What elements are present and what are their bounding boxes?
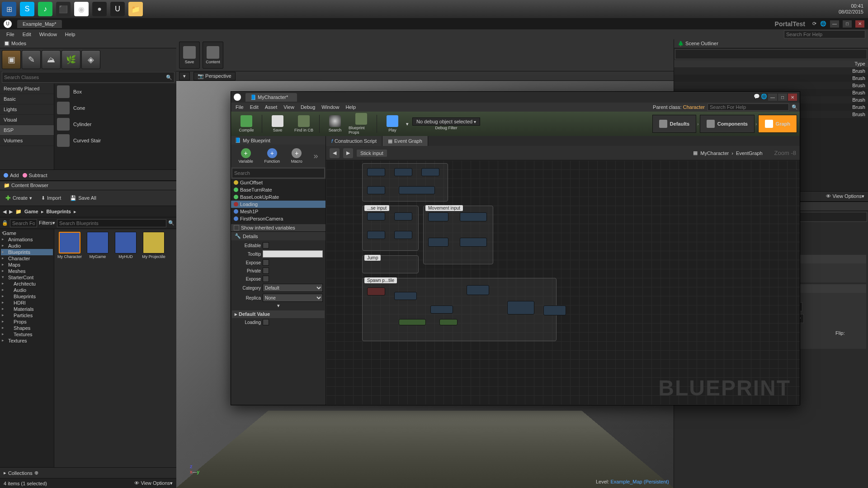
graph-back-button[interactable]: ◀ (330, 148, 340, 158)
tree-node[interactable]: Textures (1, 331, 53, 338)
tree-node[interactable]: Maps (1, 262, 53, 268)
bp-notif-icon[interactable]: 💬 (754, 94, 760, 101)
tree-node[interactable]: Character (1, 255, 53, 262)
bp-menu-edit[interactable]: Edit (247, 103, 261, 111)
foliage-mode-icon[interactable]: 🌿 (61, 50, 80, 69)
modes-search-input[interactable] (4, 75, 166, 80)
breadcrumb-asset[interactable]: MyCharacter (700, 150, 729, 156)
cb-create-button[interactable]: ✚Create▾ (3, 192, 35, 203)
level-tab[interactable]: Example_Map* (17, 20, 62, 28)
bp-variable-list[interactable]: GunOffsetBaseTurnRateBaseLookUpRateLoadi… (231, 179, 326, 224)
bp-menu-window[interactable]: Window (319, 103, 342, 111)
detail-row[interactable]: Editable (232, 241, 325, 249)
comment-stick-input[interactable] (362, 163, 448, 202)
menu-help[interactable]: Help (61, 31, 79, 38)
search-help-input[interactable] (784, 30, 865, 38)
cb-collections[interactable]: ▸Collections⊕ (0, 467, 176, 478)
graph-canvas[interactable]: ...se input Movement input (326, 160, 800, 405)
modes-search[interactable]: 🔍 (2, 72, 175, 83)
bp-compile-button[interactable]: Compile (234, 113, 259, 135)
place-mode-icon[interactable]: ▣ (2, 50, 21, 69)
expand-icon[interactable]: ▾ (232, 303, 325, 309)
tree-node[interactable]: Props (1, 319, 53, 325)
comment-mouse-input[interactable]: ...se input (362, 206, 419, 251)
cat-lights[interactable]: Lights (0, 104, 54, 115)
outliner-row[interactable]: Brush (674, 82, 868, 89)
bp-var-search[interactable] (232, 168, 325, 178)
cb-fwd-icon[interactable]: ▶ (9, 209, 13, 215)
variable-row[interactable]: Loading (231, 201, 326, 208)
bp-findincb-button[interactable]: Find in CB (291, 113, 316, 135)
tree-node[interactable]: Audio (1, 243, 53, 249)
add-variable-button[interactable]: +Variable (238, 148, 253, 164)
tree-node[interactable]: Blueprints (1, 293, 53, 300)
bp-close-button[interactable]: ✕ (788, 94, 797, 101)
expand-toolbar-icon[interactable]: » (314, 151, 318, 161)
brush-additive[interactable]: Add (4, 173, 19, 178)
outliner-type-header[interactable]: Type (854, 61, 865, 66)
outliner-search[interactable] (675, 49, 867, 59)
breadcrumb-graph[interactable]: EventGraph (736, 150, 763, 156)
cb-saveall-button[interactable]: 💾Save All (67, 193, 99, 203)
debug-object-select[interactable]: No debug object selected ▾ (412, 117, 480, 126)
tree-node[interactable]: Architectu (1, 281, 53, 287)
landscape-mode-icon[interactable]: ⛰ (42, 50, 61, 69)
bp-save-button[interactable]: Save (265, 113, 290, 135)
tab-construction-script[interactable]: fConstruction Script (326, 136, 382, 146)
explorer-icon[interactable]: 📁 (128, 2, 143, 16)
cb-search-folders[interactable] (10, 219, 37, 227)
cb-folder-tree[interactable]: GameAnimationsAudioBlueprintsCharacterMa… (0, 229, 54, 467)
bp-menu-asset[interactable]: Asset (262, 103, 280, 111)
cb-asset-grid[interactable]: My CharacterMyGameMyHUDMy Projectile (54, 229, 176, 467)
variable-row[interactable]: GunOffset (231, 179, 326, 186)
bp-maximize-button[interactable]: □ (778, 94, 787, 101)
asset-thumb[interactable]: MyGame (85, 232, 110, 259)
show-inherited-checkbox[interactable]: Show inherited variables (231, 224, 326, 231)
comment-jump[interactable]: Jump (362, 255, 419, 273)
add-collection-icon[interactable]: ⊕ (34, 470, 38, 476)
parent-class-link[interactable]: Character (683, 104, 705, 110)
brush-box[interactable]: Box (54, 84, 176, 100)
mode-components-button[interactable]: Components (700, 115, 755, 133)
bp-minimize-button[interactable]: — (768, 94, 777, 101)
cat-visual[interactable]: Visual (0, 115, 54, 125)
default-value-header[interactable]: ▸ Default Value (232, 310, 325, 318)
system-clock[interactable]: 00:41 08/02/2015 (839, 3, 863, 15)
cb-view-options[interactable]: 👁 View Options▾ (134, 480, 173, 486)
toolbar-save[interactable]: Save (179, 42, 200, 69)
add-macro-button[interactable]: +Macro (291, 148, 302, 164)
tree-node[interactable]: Shapes (1, 325, 53, 331)
mode-graph-button[interactable]: Graph (758, 115, 797, 133)
menu-edit[interactable]: Edit (19, 31, 35, 38)
brush-curvedstair[interactable]: Curved Stair (54, 132, 176, 149)
bp-titlebar[interactable]: 📘 MyCharacter* 💬 🌐 — □ ✕ (231, 92, 800, 103)
detail-row[interactable]: Expose (232, 275, 325, 283)
detail-row[interactable]: CategoryDefault (232, 283, 325, 293)
filters-button[interactable]: Filters▾ (39, 220, 55, 226)
minimize-button[interactable]: — (830, 20, 839, 28)
tree-node[interactable]: Particles (1, 312, 53, 319)
brush-cylinder[interactable]: Cylinder (54, 116, 176, 132)
variable-row[interactable]: BaseTurnRate (231, 186, 326, 193)
viewport-perspective[interactable]: 📷 Perspective (193, 72, 236, 80)
bp-search-help[interactable] (708, 103, 789, 111)
cat-recently-placed[interactable]: Recently Placed (0, 84, 54, 94)
outliner-row[interactable]: Brush (674, 75, 868, 82)
start-button[interactable]: ⊞ (2, 2, 16, 16)
bp-menu-view[interactable]: View (281, 103, 297, 111)
variable-row[interactable]: FirstPersonCamera (231, 215, 326, 222)
detail-row[interactable]: Expose (232, 258, 325, 267)
cat-volumes[interactable]: Volumes (0, 136, 54, 146)
spotify-icon[interactable]: ♪ (38, 2, 52, 16)
add-function-button[interactable]: +Function (264, 148, 280, 164)
comment-spawn[interactable]: Spawn p...tile (362, 278, 557, 341)
paint-mode-icon[interactable]: ✎ (22, 50, 41, 69)
chrome-icon[interactable]: ◉ (74, 2, 89, 16)
bp-details-tab[interactable]: 🔧 Details (231, 232, 326, 240)
tree-node[interactable]: Game (1, 230, 53, 236)
bp-sc-icon[interactable]: 🌐 (761, 94, 767, 101)
bp-props-button[interactable]: Blueprint Props (349, 113, 374, 135)
detail-row[interactable]: Tooltip (232, 249, 325, 258)
bp-search-button[interactable]: Search (322, 113, 348, 135)
bp-menu-file[interactable]: File (233, 103, 246, 111)
